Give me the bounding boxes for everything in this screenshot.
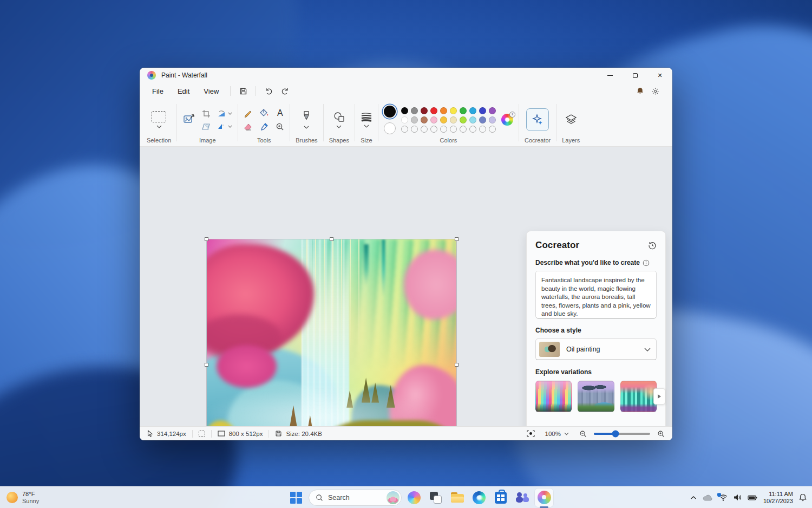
zoom-out-icon[interactable] [579,430,587,438]
maximize-button[interactable] [623,68,647,83]
color-swatch[interactable] [421,126,428,133]
color-swatch[interactable] [440,116,447,123]
color-swatch[interactable] [401,126,408,133]
gear-icon[interactable] [651,87,659,95]
color-swatch[interactable] [450,126,457,133]
style-dropdown[interactable]: Oil painting [535,338,657,360]
taskbar-teams-button[interactable] [513,489,532,507]
minimize-button[interactable] [598,68,623,83]
menu-view[interactable]: View [197,85,226,97]
brush-icon[interactable] [302,111,311,123]
selection-handle[interactable] [455,363,459,367]
color-swatch[interactable] [411,107,418,114]
chevron-down-icon[interactable] [336,125,342,128]
selection-handle[interactable] [205,363,208,367]
wifi-indicator[interactable] [719,494,728,501]
rotate-icon[interactable] [217,110,226,118]
prompt-input[interactable]: Fantastical landscape inspired by the be… [535,271,657,318]
variation-thumbnail-2[interactable] [578,381,614,412]
color-swatch[interactable] [469,116,476,123]
taskbar-edge-button[interactable] [470,489,488,507]
skew-icon[interactable] [202,123,211,131]
background-color-swatch[interactable] [384,122,396,134]
selection-handle[interactable] [205,237,208,241]
zoom-level-dropdown[interactable]: 100% [542,429,572,438]
color-swatch[interactable] [489,126,496,133]
color-swatch[interactable] [469,126,476,133]
text-icon[interactable]: A [277,109,283,118]
chevron-down-icon[interactable] [304,126,309,129]
zoom-slider[interactable] [594,433,650,435]
taskbar-paint-button[interactable] [535,489,553,507]
canvas-generated-artwork[interactable] [207,239,456,426]
color-swatch[interactable] [411,126,418,133]
taskbar-copilot-button[interactable] [405,489,423,507]
fit-screen-icon[interactable] [527,430,535,437]
color-swatch[interactable] [421,116,428,123]
lotus-icon[interactable] [387,491,400,504]
taskbar-taskview-button[interactable] [427,489,445,507]
color-swatch[interactable] [421,107,428,114]
magnifier-icon[interactable] [276,122,284,131]
color-swatch[interactable] [479,126,486,133]
chevron-down-icon[interactable] [364,125,369,128]
taskbar-store-button[interactable] [492,489,510,507]
color-swatch[interactable] [401,116,408,123]
fill-icon[interactable] [259,108,269,118]
layers-icon[interactable] [565,113,578,126]
taskbar-explorer-button[interactable] [448,489,467,507]
pencil-icon[interactable] [244,108,253,118]
selection-tool[interactable] [152,111,166,122]
clock[interactable]: 11:11 AM 10/27/2023 [763,491,793,505]
cloud-icon[interactable] [703,494,713,501]
color-swatch[interactable] [440,107,447,114]
next-variations-button[interactable] [653,388,665,405]
foreground-color-swatch[interactable] [384,106,396,118]
color-swatch[interactable] [489,116,496,123]
save-button[interactable] [235,84,251,97]
variation-thumbnail-3[interactable] [620,381,657,412]
bell-icon[interactable] [637,87,644,95]
chevron-down-icon[interactable] [156,125,162,128]
zoom-slider-thumb[interactable] [612,430,619,437]
color-swatch[interactable] [460,126,467,133]
eraser-icon[interactable] [244,123,253,131]
close-button[interactable]: ✕ [647,68,672,83]
shapes-icon[interactable] [333,112,345,122]
history-icon[interactable] [648,241,657,250]
color-swatch[interactable] [411,116,418,123]
color-swatch[interactable] [489,107,496,114]
notification-bell-icon[interactable] [799,493,807,502]
line-size-icon[interactable] [361,112,372,122]
selection-handle[interactable] [330,237,333,241]
color-swatch[interactable] [430,116,437,123]
color-swatch[interactable] [479,116,486,123]
info-icon[interactable] [643,259,650,266]
start-button[interactable] [287,489,305,507]
battery-icon[interactable] [748,495,757,500]
search-box[interactable]: Search [309,490,402,506]
chevron-up-icon[interactable] [690,496,697,500]
color-swatch[interactable] [430,107,437,114]
color-swatch[interactable] [450,116,457,123]
color-swatch[interactable] [430,126,437,133]
color-swatch[interactable] [440,126,447,133]
color-swatch[interactable] [479,107,486,114]
color-swatch[interactable] [450,107,457,114]
zoom-in-icon[interactable] [657,430,665,438]
redo-button[interactable] [277,84,293,97]
volume-icon[interactable] [734,494,742,501]
eyedropper-icon[interactable] [260,122,269,131]
flip-icon[interactable] [217,123,226,130]
titlebar[interactable]: Paint - Waterfall ✕ [140,68,672,83]
selection-handle[interactable] [455,237,459,241]
menu-edit[interactable]: Edit [171,85,197,97]
resize-image-icon[interactable] [182,113,195,126]
edit-colors-button[interactable]: + [501,114,513,126]
color-swatch[interactable] [460,116,467,123]
menu-file[interactable]: File [145,85,171,97]
undo-button[interactable] [260,84,277,97]
color-swatch[interactable] [460,107,467,114]
variation-thumbnail-1[interactable] [535,381,572,412]
weather-widget[interactable]: 78°F Sunny [6,487,39,508]
